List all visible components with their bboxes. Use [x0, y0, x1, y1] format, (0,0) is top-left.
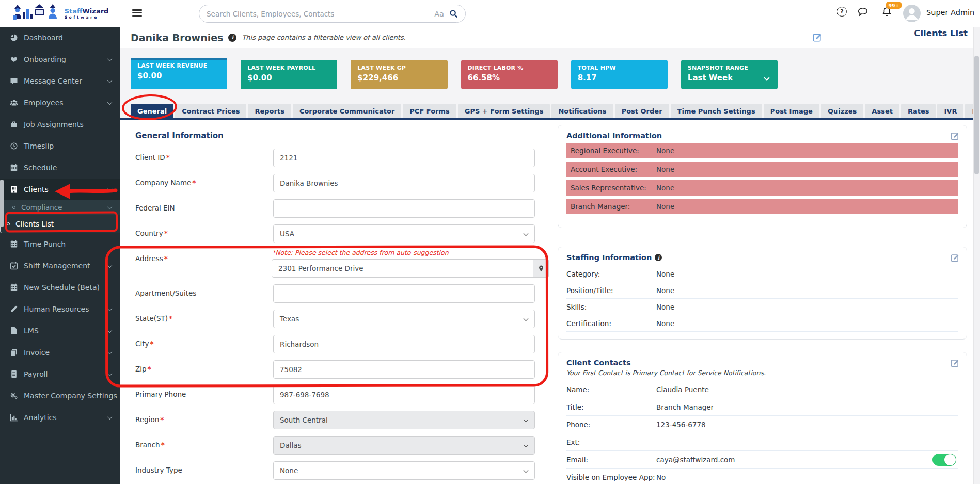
client-id-label: Client ID — [131, 149, 273, 167]
primary-phone-input[interactable] — [273, 385, 535, 404]
stat-card-last-week-gp[interactable]: LAST WEEK GP $229,466 — [351, 60, 447, 89]
table-row: Phone:123-456-6778 — [566, 416, 958, 433]
primary-phone-label: Primary Phone — [131, 385, 273, 404]
map-pin-icon — [538, 265, 545, 272]
page-scrollbar-thumb[interactable] — [974, 56, 979, 174]
sidebar-item-schedule[interactable]: Schedule — [0, 157, 120, 179]
country-select[interactable]: USA — [273, 224, 535, 243]
logo-text: StaffWizard Software — [65, 8, 109, 20]
sidebar-item-clients[interactable]: Clients — [0, 179, 120, 200]
region-select[interactable]: South Central — [273, 411, 535, 429]
hamburger-menu-icon[interactable] — [132, 9, 142, 18]
panel-heading: Additional Information — [566, 132, 958, 140]
main-content: Danika Brownies This page contains a fil… — [120, 27, 980, 484]
page-title: Danika Brownies — [131, 32, 223, 43]
file-icon — [9, 327, 18, 335]
sidebar-item-human-resources[interactable]: Human Resources — [0, 298, 120, 320]
sidebar-subitem-clients-list[interactable]: Clients List — [0, 215, 120, 233]
search-input[interactable] — [207, 10, 429, 18]
sidebar-scrollbar-thumb[interactable] — [0, 180, 4, 227]
table-row: Email:caya@staffwizard.com — [566, 451, 958, 469]
general-tab-content: General Information Client ID Company Na… — [120, 120, 980, 484]
sidebar-item-shift-management[interactable]: Shift Management — [0, 255, 120, 277]
table-row: Ext: — [566, 433, 958, 451]
sidebar-item-lms[interactable]: LMS — [0, 320, 120, 342]
edit-client-contacts-icon[interactable] — [951, 359, 959, 369]
table-row: Name:Claudia Puente — [566, 381, 958, 398]
chat-bubble-icon — [9, 77, 18, 85]
chevron-down-icon — [107, 328, 113, 333]
info-icon[interactable] — [655, 254, 662, 261]
chevron-down-icon — [524, 417, 529, 423]
calendar-icon — [9, 283, 18, 292]
edit-additional-information-icon[interactable] — [951, 132, 959, 142]
table-row: Position/Title:None — [566, 282, 958, 299]
logo-wizards-graphic — [11, 3, 62, 24]
sidebar-item-timeslip[interactable]: Timeslip — [0, 135, 120, 157]
sidebar-item-message-center[interactable]: Message Center — [0, 70, 120, 92]
sidebar-item-master-company-settings[interactable]: Master Company Settings — [0, 385, 120, 407]
user-avatar[interactable] — [903, 5, 921, 22]
contacts-subtitle: Your First Contact is Primary Contact fo… — [566, 369, 958, 377]
case-sensitivity-toggle[interactable]: Aa — [434, 10, 444, 18]
gears-icon — [9, 392, 18, 400]
chevron-down-icon — [107, 414, 113, 420]
sidebar-item-job-assignments[interactable]: Job Assignments — [0, 114, 120, 135]
clients-list-link[interactable]: Clients List — [914, 28, 968, 38]
client-id-input[interactable] — [273, 149, 535, 167]
address-input[interactable] — [272, 259, 533, 278]
snapshot-range-dropdown[interactable]: SNAPSHOT RANGE Last Week — [681, 60, 778, 89]
search-icon[interactable] — [449, 9, 458, 18]
help-icon[interactable] — [837, 7, 847, 17]
state-select[interactable]: Texas — [273, 310, 535, 328]
sidebar-item-analytics[interactable]: Analytics — [0, 407, 120, 428]
email-notification-toggle[interactable] — [932, 454, 956, 466]
stat-value: 8.17 — [578, 73, 597, 83]
table-row: Category:None — [566, 266, 958, 282]
stat-card-total-hpw[interactable]: TOTAL HPW 8.17 — [571, 60, 668, 89]
additional-information-panel: Additional Information Regional Executiv… — [558, 125, 967, 228]
city-input[interactable] — [273, 335, 535, 353]
calendar-icon — [9, 240, 18, 248]
sidebar-item-payroll[interactable]: Payroll — [0, 363, 120, 385]
edit-page-icon[interactable] — [813, 33, 822, 44]
info-icon[interactable] — [228, 34, 236, 42]
industry-type-label: Industry Type — [131, 461, 273, 480]
staffwizard-logo[interactable]: StaffWizard Software — [0, 0, 120, 27]
page-scrollbar[interactable] — [973, 27, 980, 484]
bullet-icon — [12, 206, 15, 209]
sidebar-item-time-punch[interactable]: Time Punch — [0, 233, 120, 255]
sidebar-subitem-compliance[interactable]: Compliance — [0, 200, 120, 215]
panel-heading: Client Contacts — [566, 359, 958, 367]
stat-value: $0.00 — [247, 73, 272, 83]
city-label: City — [131, 335, 273, 353]
address-pin-button[interactable] — [533, 259, 549, 278]
edit-staffing-information-icon[interactable] — [951, 253, 959, 264]
sidebar-item-dashboard[interactable]: Dashboard — [0, 27, 120, 49]
sidebar-item-employees[interactable]: Employees — [0, 92, 120, 114]
user-name[interactable]: Super Admin — [926, 8, 974, 17]
branch-select[interactable]: Dallas — [273, 436, 535, 455]
sidebar-item-new-schedule-beta[interactable]: New Schedule (Beta) — [0, 277, 120, 298]
chevron-down-icon — [524, 468, 529, 473]
company-name-input[interactable] — [273, 174, 535, 192]
apartment-suites-input[interactable] — [273, 284, 535, 303]
country-label: Country — [131, 224, 273, 243]
stat-card-last-week-revenue[interactable]: LAST WEEK REVENUE $0.00 — [131, 58, 227, 89]
table-row: Regional Executive:None — [566, 143, 958, 158]
stat-card-last-week-payroll[interactable]: LAST WEEK PAYROLL $0.00 — [241, 60, 337, 89]
stats-band: LAST WEEK REVENUE $0.00 LAST WEEK PAYROL… — [120, 48, 980, 101]
table-row: Title:Branch Manager — [566, 398, 958, 416]
zip-input[interactable] — [273, 360, 535, 379]
calendar-icon — [9, 164, 18, 172]
chat-icon[interactable] — [858, 7, 868, 19]
sidebar-item-onboarding[interactable]: Onboarding — [0, 49, 120, 70]
snapshot-range-value: Last Week — [688, 73, 733, 83]
industry-type-select[interactable]: None — [273, 461, 535, 480]
staffwizard-app: StaffWizard Software Aa 99+ Super Admin … — [0, 0, 980, 484]
table-row: Account Executive:None — [566, 162, 958, 177]
sidebar-item-invoice[interactable]: Invoice — [0, 342, 120, 363]
federal-ein-input[interactable] — [273, 199, 535, 218]
copy-pages-icon — [9, 348, 18, 357]
stat-card-direct-labor[interactable]: DIRECT LABOR % 66.58% — [461, 60, 558, 89]
